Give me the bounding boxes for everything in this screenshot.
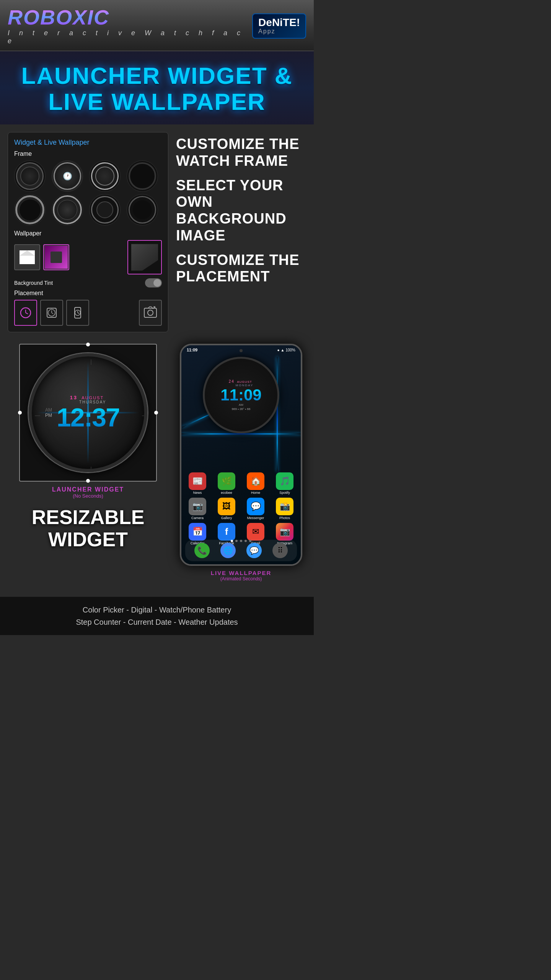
background-tint-toggle[interactable] [145,278,162,287]
wallpaper-thumb-3[interactable] [127,240,162,274]
denite-logo: DeNiTE! Appz [252,13,306,39]
features-text: CUSTOMIZE THE WATCH FRAME SELECT YOUR OW… [176,132,306,297]
frame-inner-8 [133,200,152,219]
resize-handle-bottom[interactable] [86,479,90,483]
app-label-spotify: Spotify [279,491,290,495]
frame-option-7[interactable] [89,194,121,225]
config-box: Widget & Live Wallpaper Frame 🕐 [8,132,168,332]
envelope-flap [20,250,35,256]
wallpaper-thumb-1[interactable] [14,244,40,270]
phone-dock: 📞 🌐 💬 ⠿ [185,540,297,561]
wallpaper-section-label: Wallpaper [14,230,162,237]
denite-appz-text: Appz [258,28,300,35]
app-label-home: Home [251,491,260,495]
widget-preview-block: AM PM 13 AUGUST THURSDAY 12:37 LAUNCHER … [8,344,168,581]
wallpaper-purple-shape [51,252,62,263]
phone-watch: 24 AUGUST MONDAY 11:09 AM 969 • 26° • 66 [203,357,279,433]
frame-option-1[interactable] [14,160,46,192]
banner: LAUNCHER WIDGET & LIVE WALLPAPER [0,51,314,124]
watch-month-label: AUGUST [79,395,106,400]
app-icon-home-circle: 🏠 [247,472,264,490]
app-icon-ecobee[interactable]: 🌿 ecobee [214,472,240,495]
dock-phone[interactable]: 📞 [194,543,210,558]
resize-handle-top[interactable] [86,343,90,346]
banner-line2: LIVE WALLPAPER [48,88,266,115]
app-icon-home[interactable]: 🏠 Home [243,472,269,495]
placement-row [14,300,162,326]
toggle-row: Background Tint [14,278,162,287]
pw-time: 11:09 [220,387,261,403]
pw-month: AUGUST [236,380,254,384]
pw-stats: 969 • 26° • 66 [220,407,261,411]
frame-circle-1 [16,162,44,190]
app-icon-calendar-circle: 📅 [189,523,206,541]
widget-label-main: LAUNCHER WIDGET [52,486,124,493]
placement-section-label: Placement [14,290,162,297]
banner-line1: LAUNCHER WIDGET & [21,62,292,89]
frame-inner-3 [95,167,114,186]
dock-messages[interactable]: 💬 [246,543,262,558]
app-icon-news-circle: 📰 [189,472,206,490]
app-icon-photos[interactable]: 📸 Photos [272,498,298,520]
frame-option-3[interactable] [89,160,121,192]
app-icon-instagram-circle: 📷 [276,523,293,541]
frame-circle-7 [91,196,119,224]
frame-option-5[interactable] [14,194,46,225]
frame-option-2[interactable]: 🕐 [52,160,83,192]
feature-1-heading: CUSTOMIZE THE WATCH FRAME [176,136,306,169]
widget-label: LAUNCHER WIDGET (No Seconds) [52,486,124,499]
app-icon-news[interactable]: 📰 News [184,472,210,495]
app-icon-gallery[interactable]: 🖼 Gallery [214,498,240,520]
frames-grid: 🕐 [14,160,162,225]
resize-handle-right[interactable] [154,411,158,415]
svg-rect-11 [144,308,156,317]
banner-title: LAUNCHER WIDGET & LIVE WALLPAPER [8,63,306,115]
watch-time-display: 12:37 [57,404,119,430]
resizable-line2: WIDGET [48,528,128,550]
app-icon-gallery-circle: 🖼 [218,498,235,515]
frame-option-4[interactable] [127,160,158,192]
instagram-icon: 📷 [280,527,290,537]
resize-handle-left[interactable] [18,411,22,415]
frame-circle-6 [53,195,82,224]
app-title: ROBOXIC [8,7,252,28]
camera-icon: 📷 [192,501,203,511]
svg-line-2 [26,313,28,314]
phone-label-sub: (Animated Seconds) [211,576,272,581]
app-icon-camera[interactable]: 📷 Camera [184,498,210,520]
frame-option-8[interactable] [127,194,158,225]
lower-section: AM PM 13 AUGUST THURSDAY 12:37 LAUNCHER … [0,340,314,589]
placement-option-2[interactable] [40,300,63,326]
wallpaper-thumb-2[interactable] [43,244,69,270]
gmail-icon: ✉ [252,527,259,537]
placement-photo-btn[interactable] [139,300,162,326]
dock-phone-icon: 📞 [197,546,207,555]
frame-option-6[interactable] [52,194,83,225]
dock-chrome[interactable]: 🌐 [220,543,236,558]
footer-text: Color Picker - Digital - Watch/Phone Bat… [8,604,306,628]
messenger-icon: 💬 [251,501,261,511]
watch-am-label: AM [45,407,52,413]
app-icon-messenger-circle: 💬 [247,498,264,515]
feature-2-heading: SELECT YOUR OWN BACKGROUND IMAGE [176,177,306,244]
ecobee-icon: 🌿 [222,476,232,486]
placement-option-3[interactable] [66,300,89,326]
app-label-messenger: Messenger [247,516,264,520]
wallpaper-purple-bg [45,246,68,269]
app-subtitle: I n t e r a c t i v e W a t c h f a c e [8,29,252,45]
frame-circle-4 [129,162,156,190]
dock-more[interactable]: ⠿ [272,543,288,558]
phone-mockup: 11:09 ● ▲ 100% 24 [180,344,302,566]
frame-inner-6 [57,200,77,220]
phone-block: 11:09 ● ▲ 100% 24 [176,344,306,581]
placement-option-1[interactable] [14,300,37,326]
phone-camera [240,349,243,352]
app-icon-spotify-circle: 🎵 [276,472,293,490]
app-icon-messenger[interactable]: 💬 Messenger [243,498,269,520]
right-panel: CUSTOMIZE THE WATCH FRAME SELECT YOUR OW… [176,132,306,297]
app-icon-spotify[interactable]: 🎵 Spotify [272,472,298,495]
frame-inner-5 [20,199,41,220]
photos-icon: 📸 [280,501,290,511]
calendar-icon: 📅 [192,527,203,537]
widget-container: AM PM 13 AUGUST THURSDAY 12:37 [19,344,157,482]
